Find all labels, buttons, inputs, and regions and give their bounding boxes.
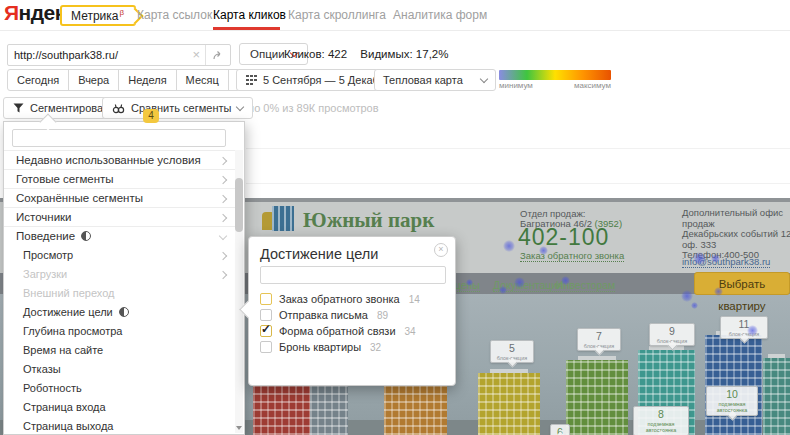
chevron-right-icon bbox=[219, 195, 227, 203]
segment-menu-item-label: Страница входа bbox=[23, 401, 106, 413]
scrollbar-thumb[interactable] bbox=[235, 178, 243, 232]
segment-menu-item[interactable]: Роботность bbox=[4, 379, 236, 398]
building-label-8[interactable]: 8подземная автостоянка bbox=[633, 406, 689, 435]
heat-spot bbox=[747, 325, 758, 336]
dropdown-scrollbar[interactable] bbox=[235, 150, 243, 433]
segment-menu-item-label: Источники bbox=[16, 211, 72, 223]
goal-item[interactable]: Отправка письма89 bbox=[260, 307, 449, 323]
goal-item[interactable]: Заказ обратного звонка14 bbox=[260, 291, 449, 307]
segment-menu-item-label: Загрузки bbox=[23, 268, 67, 280]
logo-letter: Я bbox=[4, 1, 19, 24]
metrica-logo-tag[interactable]: Метрикаβ bbox=[60, 5, 136, 26]
building-label-text: подземная автостоянка bbox=[637, 421, 686, 432]
stats-line: Кликов: 422 Видимых: 17,2% bbox=[284, 48, 448, 60]
goal-item[interactable]: Форма обратной связи34 bbox=[260, 323, 449, 339]
period-button-вчера[interactable]: Вчера bbox=[68, 69, 119, 91]
goal-checkbox-list: Заказ обратного звонка14Отправка письма8… bbox=[260, 291, 449, 355]
building-number: 5 bbox=[491, 343, 533, 354]
heat-spot bbox=[514, 277, 525, 288]
segments-count-badge: 4 bbox=[143, 109, 159, 123]
segment-menu-item[interactable]: Готовые сегменты bbox=[4, 170, 236, 189]
building-label-10[interactable]: 10подземная автостоянка bbox=[706, 386, 758, 416]
building-number: 7 bbox=[578, 331, 620, 342]
building-roof bbox=[649, 346, 683, 350]
scroll-down-arrow-icon[interactable] bbox=[236, 426, 242, 430]
segment-menu-item[interactable]: Время на сайте bbox=[4, 341, 236, 360]
segment-menu-item[interactable]: Сохранённые сегменты bbox=[4, 189, 236, 208]
building-label-7[interactable]: 7блок-секция bbox=[577, 328, 621, 351]
building-label-5[interactable]: 5блок-секция bbox=[490, 340, 534, 363]
checkbox-unchecked[interactable] bbox=[260, 341, 272, 353]
building-3 bbox=[384, 383, 447, 435]
heat-spot bbox=[539, 246, 548, 255]
segment-menu-item[interactable]: Источники bbox=[4, 208, 236, 227]
segment-menu-item-label: Достижение цели bbox=[23, 306, 113, 318]
heatmap-legend: минимум максимум bbox=[499, 70, 611, 90]
building-label-text: блок-секция bbox=[723, 331, 764, 336]
segment-menu-item[interactable]: Глубина просмотра bbox=[4, 322, 236, 341]
active-tab-underline bbox=[213, 27, 280, 30]
options-label: Опции bbox=[250, 48, 285, 60]
site-logo-icon bbox=[272, 206, 294, 231]
goal-count: 32 bbox=[370, 342, 381, 353]
goal-label[interactable]: Форма обратной связи bbox=[279, 325, 396, 337]
product-name: Метрика bbox=[71, 9, 118, 23]
heat-spot bbox=[681, 290, 693, 302]
heat-spot bbox=[693, 252, 706, 265]
divider bbox=[246, 183, 790, 184]
goal-label[interactable]: Отправка письма bbox=[279, 309, 368, 321]
goal-count: 14 bbox=[409, 294, 420, 305]
map-mode-value: Тепловая карта bbox=[383, 74, 463, 86]
segment-menu-item[interactable]: Просмотр bbox=[4, 246, 236, 265]
building-4 bbox=[478, 373, 540, 435]
beta-mark: β bbox=[119, 8, 124, 17]
segment-menu-item-label: Сохранённые сегменты bbox=[16, 192, 143, 204]
period-button-сегодня[interactable]: Сегодня bbox=[7, 69, 69, 91]
segment-search-input[interactable] bbox=[12, 129, 226, 147]
checkbox-unchecked[interactable] bbox=[260, 309, 272, 321]
building-roof bbox=[768, 354, 784, 358]
building-label-9[interactable]: 9блок-секция bbox=[649, 323, 695, 346]
segment-menu-item-label: Готовые сегменты bbox=[16, 173, 114, 185]
segment-menu-item[interactable]: Отказы bbox=[4, 360, 236, 379]
building-label-6[interactable]: 6 bbox=[550, 424, 570, 435]
goal-count: 89 bbox=[377, 310, 388, 321]
building-label-11[interactable]: 11блок-секция bbox=[720, 316, 768, 339]
building-roof bbox=[490, 369, 527, 373]
segment-menu-item-label: Страница выхода bbox=[23, 420, 113, 432]
tab-4[interactable]: Аналитика форм bbox=[393, 8, 487, 22]
period-button-месяц[interactable]: Месяц bbox=[176, 69, 229, 91]
url-input-box[interactable]: http://southpark38.ru/ × bbox=[7, 44, 231, 66]
tab-1[interactable]: Карта ссылок bbox=[137, 8, 212, 22]
chevron-right-icon bbox=[219, 157, 227, 165]
checkbox-unchecked[interactable] bbox=[260, 293, 272, 305]
url-input[interactable]: http://southpark38.ru/ bbox=[8, 49, 187, 61]
segment-menu-item[interactable]: Страница входа bbox=[4, 398, 236, 417]
clear-url-icon[interactable]: × bbox=[187, 46, 205, 64]
checkbox-checked[interactable] bbox=[260, 325, 272, 337]
period-button-неделя[interactable]: Неделя bbox=[118, 69, 176, 91]
callback-link[interactable]: Заказ обратного звонка bbox=[520, 250, 624, 262]
tab-2[interactable]: Карта кликов bbox=[213, 8, 286, 22]
segment-menu-item[interactable]: Достижение цели bbox=[4, 303, 236, 322]
tab-3[interactable]: Карта скроллинга bbox=[288, 8, 386, 22]
segment-menu-item[interactable]: Недавно использованные условия bbox=[4, 151, 236, 170]
goal-search-input[interactable] bbox=[260, 266, 446, 284]
map-mode-select[interactable]: Тепловая карта bbox=[374, 69, 496, 91]
goal-item[interactable]: Бронь квартиры32 bbox=[260, 339, 449, 355]
legend-labels: минимум максимум bbox=[499, 81, 611, 90]
open-site-button[interactable] bbox=[205, 45, 230, 65]
segment-menu-item[interactable]: Поведение bbox=[4, 227, 236, 246]
divider bbox=[246, 148, 790, 149]
chevron-down-icon bbox=[219, 232, 227, 240]
calendar-icon bbox=[246, 75, 257, 85]
segment-menu-item[interactable]: Страница выхода bbox=[4, 417, 236, 434]
choose-apartment-button[interactable]: Выбрать квартиру bbox=[694, 272, 790, 295]
building-8 bbox=[763, 358, 790, 435]
segment-menu-item-label: Отказы bbox=[23, 363, 61, 375]
goal-label[interactable]: Заказ обратного звонка bbox=[279, 293, 400, 305]
compare-segments-button[interactable]: Сравнить сегменты bbox=[102, 97, 253, 119]
goal-label[interactable]: Бронь квартиры bbox=[279, 341, 361, 353]
heat-spot bbox=[561, 276, 570, 285]
close-icon[interactable]: × bbox=[434, 243, 448, 257]
